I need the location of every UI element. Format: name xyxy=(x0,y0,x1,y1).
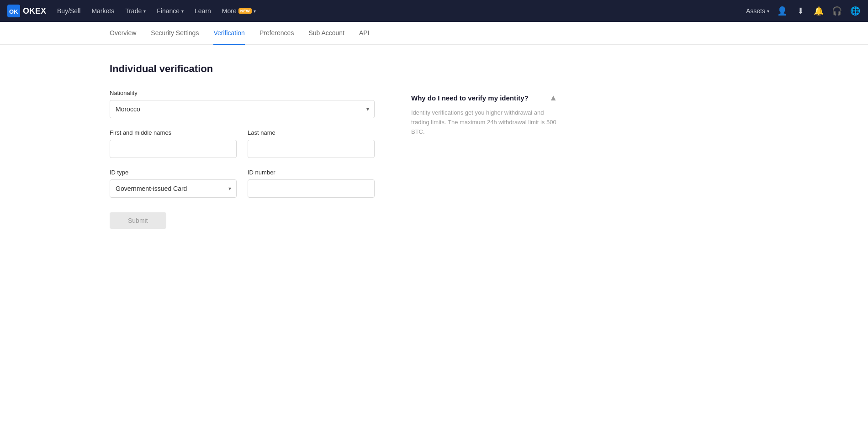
subnav-security-settings[interactable]: Security Settings xyxy=(151,22,199,45)
subnav-api[interactable]: API xyxy=(359,22,370,45)
trade-chevron-icon: ▾ xyxy=(143,9,146,14)
submit-button[interactable]: Submit xyxy=(110,212,166,229)
side-panel-header: Why do I need to verify my identity? ▲ xyxy=(411,93,557,103)
nav-learn[interactable]: Learn xyxy=(195,7,211,15)
side-panel-text: Identity verifications get you higher wi… xyxy=(411,108,557,137)
download-icon[interactable]: ⬇ xyxy=(795,5,806,16)
nav-finance[interactable]: Finance ▾ xyxy=(157,7,184,15)
content-layout: Nationality Morocco United States United… xyxy=(110,89,758,229)
subnav-sub-account[interactable]: Sub Account xyxy=(308,22,344,45)
name-fields-row: First and middle names Last name xyxy=(110,129,375,169)
side-panel-title: Why do I need to verify my identity? xyxy=(411,94,529,102)
user-icon[interactable]: 👤 xyxy=(777,5,788,16)
nationality-field-group: Nationality Morocco United States United… xyxy=(110,89,375,118)
last-name-input[interactable] xyxy=(248,140,375,158)
logo[interactable]: OK OKEX xyxy=(7,5,46,17)
main-content: Individual verification Nationality Moro… xyxy=(0,45,868,247)
id-number-label: ID number xyxy=(248,169,375,176)
assets-chevron-icon: ▾ xyxy=(767,9,769,14)
nav-more[interactable]: More NEW ▾ xyxy=(222,7,256,15)
form-section: Nationality Morocco United States United… xyxy=(110,89,375,229)
nav-right: Assets ▾ 👤 ⬇ 🔔 🎧 🌐 xyxy=(746,5,861,16)
navbar: OK OKEX Buy/Sell Markets Trade ▾ Finance… xyxy=(0,0,868,22)
svg-text:OK: OK xyxy=(9,8,18,15)
notification-icon[interactable]: 🔔 xyxy=(813,5,824,16)
nationality-label: Nationality xyxy=(110,89,375,96)
last-name-group: Last name xyxy=(248,129,375,158)
globe-icon[interactable]: 🌐 xyxy=(850,5,861,16)
page-title: Individual verification xyxy=(110,63,758,75)
id-fields-row: ID type Government-issued Card Passport … xyxy=(110,169,375,209)
first-middle-input[interactable] xyxy=(110,140,237,158)
brand-name: OKEX xyxy=(23,6,46,16)
subnav-preferences[interactable]: Preferences xyxy=(259,22,294,45)
more-chevron-icon: ▾ xyxy=(254,9,256,14)
assets-button[interactable]: Assets ▾ xyxy=(746,7,769,15)
nationality-select[interactable]: Morocco United States United Kingdom Fra… xyxy=(110,100,375,118)
subnav-overview[interactable]: Overview xyxy=(110,22,136,45)
id-number-input[interactable] xyxy=(248,179,375,198)
nav-markets[interactable]: Markets xyxy=(91,7,114,15)
subnav-verification[interactable]: Verification xyxy=(213,22,244,45)
id-number-group: ID number xyxy=(248,169,375,198)
id-type-label: ID type xyxy=(110,169,237,176)
id-type-group: ID type Government-issued Card Passport … xyxy=(110,169,237,198)
more-badge: NEW xyxy=(238,8,252,14)
nationality-select-wrapper: Morocco United States United Kingdom Fra… xyxy=(110,100,375,118)
last-name-label: Last name xyxy=(248,129,375,136)
collapse-icon[interactable]: ▲ xyxy=(549,93,557,103)
first-middle-label: First and middle names xyxy=(110,129,237,136)
nav-buysell[interactable]: Buy/Sell xyxy=(57,7,80,15)
nav-trade[interactable]: Trade ▾ xyxy=(125,7,146,15)
nav-left: OK OKEX Buy/Sell Markets Trade ▾ Finance… xyxy=(7,5,256,17)
subnav: Overview Security Settings Verification … xyxy=(0,22,868,45)
id-type-select-wrapper: Government-issued Card Passport Driver's… xyxy=(110,179,237,198)
headset-icon[interactable]: 🎧 xyxy=(831,5,842,16)
side-panel: Why do I need to verify my identity? ▲ I… xyxy=(411,89,557,137)
first-middle-name-group: First and middle names xyxy=(110,129,237,158)
id-type-select[interactable]: Government-issued Card Passport Driver's… xyxy=(110,179,237,198)
finance-chevron-icon: ▾ xyxy=(181,9,184,14)
